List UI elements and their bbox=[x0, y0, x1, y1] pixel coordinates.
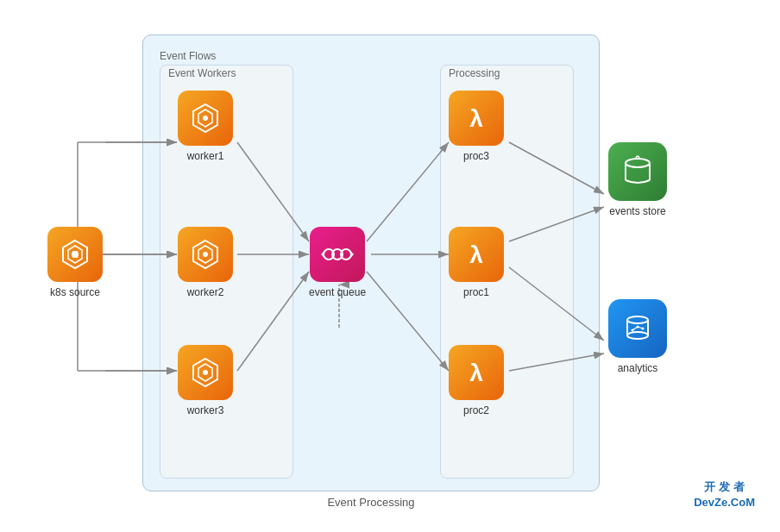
event-queue-node: event queue bbox=[309, 227, 366, 298]
event-flows-label: Event Flows bbox=[160, 50, 216, 62]
event-queue-label: event queue bbox=[309, 286, 366, 298]
svg-point-48 bbox=[627, 332, 648, 339]
worker3-node: worker3 bbox=[178, 345, 233, 416]
proc2-node: λ proc2 bbox=[449, 345, 504, 416]
proc1-icon: λ bbox=[449, 227, 504, 282]
watermark: 开 发 者 DevZe.CoM bbox=[694, 479, 755, 510]
analytics-label: analytics bbox=[618, 362, 658, 374]
svg-text:λ: λ bbox=[469, 105, 483, 132]
events-store-label: events store bbox=[609, 205, 665, 217]
worker1-node: worker1 bbox=[178, 91, 233, 162]
event-workers-label: Event Workers bbox=[168, 67, 236, 79]
watermark-line1: 开 发 者 bbox=[694, 479, 755, 495]
k8s-source-label: k8s source bbox=[50, 286, 100, 298]
svg-text:K: K bbox=[72, 250, 79, 260]
proc3-icon: λ bbox=[449, 91, 504, 146]
events-store-node: events store bbox=[608, 142, 667, 217]
proc2-icon: λ bbox=[449, 345, 504, 400]
svg-point-33 bbox=[203, 370, 208, 375]
proc1-label: proc1 bbox=[463, 286, 489, 298]
watermark-line2: DevZe.CoM bbox=[694, 495, 755, 510]
worker1-icon bbox=[178, 91, 233, 146]
analytics-node: analytics bbox=[608, 299, 667, 374]
k8s-source-icon: K bbox=[47, 227, 103, 282]
svg-text:λ: λ bbox=[469, 360, 483, 386]
svg-point-30 bbox=[203, 252, 208, 257]
svg-point-45 bbox=[627, 316, 648, 323]
proc3-label: proc3 bbox=[463, 150, 489, 162]
proc2-label: proc2 bbox=[463, 404, 489, 416]
worker2-node: worker2 bbox=[178, 227, 233, 298]
events-store-icon bbox=[608, 142, 667, 201]
processing-label: Processing bbox=[449, 67, 500, 79]
proc1-node: λ proc1 bbox=[449, 227, 504, 298]
worker1-label: worker1 bbox=[187, 150, 224, 162]
worker2-label: worker2 bbox=[187, 286, 224, 298]
worker2-icon bbox=[178, 227, 233, 282]
worker3-icon bbox=[178, 345, 233, 400]
svg-point-27 bbox=[203, 116, 208, 121]
event-processing-label: Event Processing bbox=[142, 496, 600, 509]
diagram-container: Event Processing Event Flows Event Worke… bbox=[9, 9, 768, 523]
analytics-icon bbox=[608, 299, 667, 358]
event-queue-icon bbox=[310, 227, 365, 282]
k8s-source-node: K k8s source bbox=[47, 227, 103, 298]
worker3-label: worker3 bbox=[187, 404, 224, 416]
svg-point-42 bbox=[626, 159, 650, 167]
svg-text:λ: λ bbox=[469, 241, 483, 268]
proc3-node: λ proc3 bbox=[449, 91, 504, 162]
